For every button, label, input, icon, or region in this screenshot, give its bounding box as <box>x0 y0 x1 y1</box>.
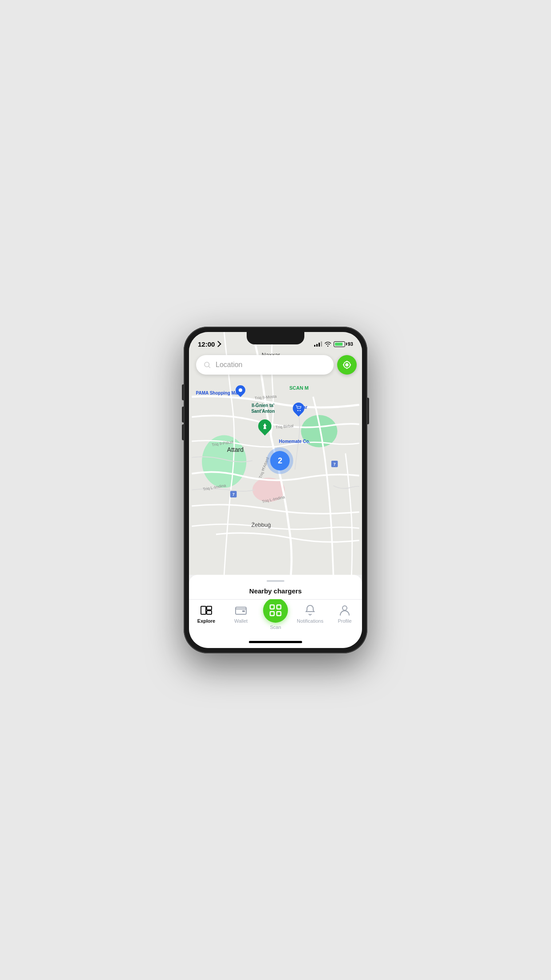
svg-text:7: 7 <box>232 492 235 497</box>
profile-icon <box>338 604 351 616</box>
tab-scan[interactable]: Scan <box>258 604 293 630</box>
status-icons: 93 <box>314 341 353 347</box>
profile-label: Profile <box>338 618 351 624</box>
explore-label: Explore <box>197 618 215 624</box>
svg-rect-21 <box>270 605 274 609</box>
svg-text:7: 7 <box>334 462 336 466</box>
bottom-sheet: Nearby chargers <box>189 575 362 599</box>
svg-point-10 <box>345 363 348 366</box>
search-placeholder: Location <box>216 361 243 369</box>
phone-screen: 12:00 93 <box>189 332 362 648</box>
gps-button[interactable] <box>337 355 357 375</box>
svg-point-25 <box>342 606 347 610</box>
notifications-label: Notifications <box>297 618 323 624</box>
zebbug-label: Żebbuġ <box>251 522 271 528</box>
svg-point-9 <box>205 362 209 367</box>
bottom-sheet-handle <box>267 580 284 582</box>
wallet-label: Wallet <box>234 618 248 624</box>
scan-m-label: SCAN M <box>289 385 308 391</box>
gps-icon <box>342 360 352 370</box>
pama-label: PAMA Shopping Mall <box>196 390 240 396</box>
search-bar[interactable]: Location <box>196 355 334 375</box>
attard-label: Attard <box>227 446 244 453</box>
notch <box>247 332 304 344</box>
cluster-marker[interactable]: 2 <box>270 451 290 470</box>
svg-rect-20 <box>242 610 245 612</box>
wallet-icon <box>235 604 247 616</box>
svg-rect-24 <box>277 612 281 616</box>
nearby-chargers-title: Nearby chargers <box>189 587 362 599</box>
svg-rect-18 <box>207 611 212 614</box>
svg-rect-16 <box>201 606 206 614</box>
home-indicator <box>189 636 362 648</box>
tab-bar: Explore Wallet <box>189 599 362 636</box>
tab-profile[interactable]: Profile <box>327 604 362 624</box>
signal-icon <box>314 341 322 347</box>
gnien-label: Il-Ġnien ta'Sant'Anton <box>251 403 275 414</box>
svg-rect-23 <box>270 612 274 616</box>
tab-explore[interactable]: Explore <box>189 604 224 624</box>
wifi-icon <box>324 341 331 347</box>
tab-notifications[interactable]: Notifications <box>293 604 327 624</box>
explore-icon <box>200 604 213 616</box>
tab-wallet[interactable]: Wallet <box>224 604 258 624</box>
scan-label: Scan <box>270 624 281 630</box>
location-arrow-icon <box>215 341 221 347</box>
battery-icon: 93 <box>334 341 353 347</box>
search-icon <box>203 361 211 369</box>
svg-rect-17 <box>207 606 212 610</box>
notifications-icon <box>304 604 316 616</box>
phone-frame: 12:00 93 <box>184 327 367 653</box>
status-time: 12:00 <box>198 340 221 348</box>
map-container[interactable]: 7 7 Naxxar Attard Żebbuġ Triq Il-Mosta T… <box>189 332 362 575</box>
home-bar <box>249 641 302 643</box>
homemate-label: Homemate Co. <box>279 439 310 444</box>
scan-circle <box>263 598 288 623</box>
svg-rect-22 <box>277 605 281 609</box>
